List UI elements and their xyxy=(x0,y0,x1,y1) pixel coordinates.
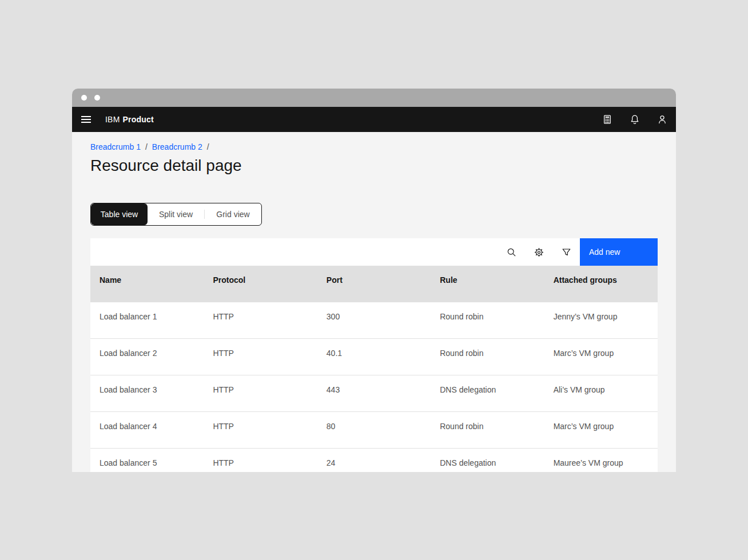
breadcrumb-link-1[interactable]: Breadcrumb 1 xyxy=(90,142,141,152)
table-cell-name: Load balancer 2 xyxy=(90,339,204,375)
page-title: Resource detail page xyxy=(90,155,658,176)
breadcrumb-separator: / xyxy=(207,142,209,152)
menu-button[interactable] xyxy=(72,107,100,132)
table-cell-attached-groups: Jenny’s VM group xyxy=(544,302,658,338)
table-cell-rule: DNS delegation xyxy=(431,449,544,472)
table-cell-name: Load balancer 3 xyxy=(90,375,204,411)
table-cell-attached-groups: Ali’s VM group xyxy=(544,375,658,411)
table-body: Load balancer 1 HTTP 300 Round robin Jen… xyxy=(90,302,658,472)
brand-name: Product xyxy=(123,115,154,124)
table-toolbar: Add new xyxy=(90,238,658,266)
notifications-button[interactable] xyxy=(621,107,648,132)
column-header-attached-groups: Attached groups xyxy=(544,266,658,302)
table-row: Load balancer 4 HTTP 80 Round robin Marc… xyxy=(90,412,658,449)
column-header-name: Name xyxy=(90,266,204,302)
table-cell-protocol: HTTP xyxy=(204,375,317,411)
table-cell-name: Load balancer 1 xyxy=(90,302,204,338)
table-cell-protocol: HTTP xyxy=(204,449,317,472)
user-button[interactable] xyxy=(648,107,676,132)
table-cell-rule: Round robin xyxy=(431,302,544,338)
table-cell-protocol: HTTP xyxy=(204,302,317,338)
breadcrumb: Breadcrumb 1 / Breadcrumb 2 / xyxy=(90,142,658,152)
column-header-port: Port xyxy=(317,266,431,302)
table-cell-port: 80 xyxy=(317,412,431,448)
table-row: Load balancer 2 HTTP 40.1 Round robin Ma… xyxy=(90,339,658,375)
search-button[interactable] xyxy=(498,238,525,266)
table-cell-rule: DNS delegation xyxy=(431,375,544,411)
table-cell-protocol: HTTP xyxy=(204,412,317,448)
table-cell-attached-groups: Marc’s VM group xyxy=(544,339,658,375)
calculator-button[interactable] xyxy=(594,107,621,132)
filter-funnel-icon xyxy=(562,247,571,257)
table-cell-port: 40.1 xyxy=(317,339,431,375)
settings-gear-icon xyxy=(534,247,544,257)
calculator-icon xyxy=(602,114,612,125)
table-cell-rule: Round robin xyxy=(431,412,544,448)
page-content: Breadcrumb 1 / Breadcrumb 2 / Resource d… xyxy=(72,132,676,472)
table-cell-attached-groups: Marc’s VM group xyxy=(544,412,658,448)
filter-button[interactable] xyxy=(552,238,580,266)
table-cell-attached-groups: Mauree’s VM group xyxy=(544,449,658,472)
table-row: Load balancer 5 HTTP 24 DNS delegation M… xyxy=(90,449,658,472)
window-control-dot[interactable] xyxy=(94,95,100,101)
window-titlebar xyxy=(72,89,676,107)
column-header-rule: Rule xyxy=(431,266,544,302)
user-avatar-icon xyxy=(657,114,667,125)
table-row: Load balancer 3 HTTP 443 DNS delegation … xyxy=(90,375,658,412)
search-icon xyxy=(507,247,516,257)
add-new-button[interactable]: Add new xyxy=(580,238,658,266)
menu-icon xyxy=(81,116,91,123)
table-cell-port: 443 xyxy=(317,375,431,411)
table-cell-protocol: HTTP xyxy=(204,339,317,375)
tab-grid-view[interactable]: Grid view xyxy=(205,203,261,225)
breadcrumb-separator: / xyxy=(145,142,148,152)
table-header-row: Name Protocol Port Rule Attached groups xyxy=(90,266,658,302)
tab-split-view[interactable]: Split view xyxy=(148,203,204,225)
app-header: IBMProduct xyxy=(72,107,676,132)
table-cell-name: Load balancer 4 xyxy=(90,412,204,448)
column-header-protocol: Protocol xyxy=(204,266,317,302)
view-switcher: Table view Split view Grid view xyxy=(90,203,262,226)
data-table: Add new Name Protocol Port Rule Attached… xyxy=(90,238,658,472)
table-row: Load balancer 1 HTTP 300 Round robin Jen… xyxy=(90,302,658,339)
brand: IBMProduct xyxy=(105,115,154,124)
brand-prefix: IBM xyxy=(105,115,120,124)
breadcrumb-link-2[interactable]: Breadcrumb 2 xyxy=(152,142,202,152)
app-window: IBMProduct xyxy=(72,89,676,472)
table-cell-port: 300 xyxy=(317,302,431,338)
notification-bell-icon xyxy=(630,114,640,125)
tab-table-view[interactable]: Table view xyxy=(91,203,148,225)
table-cell-port: 24 xyxy=(317,449,431,472)
settings-button[interactable] xyxy=(525,238,552,266)
window-control-dot[interactable] xyxy=(81,95,87,101)
table-cell-name: Load balancer 5 xyxy=(90,449,204,472)
table-cell-rule: Round robin xyxy=(431,339,544,375)
